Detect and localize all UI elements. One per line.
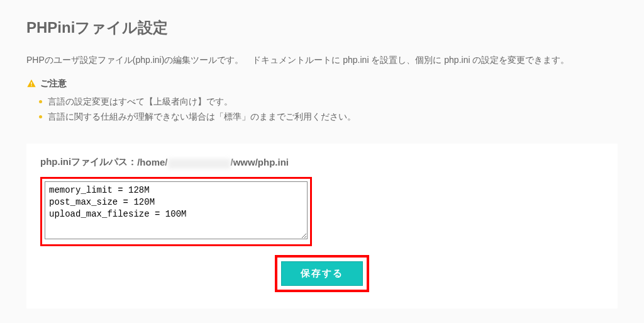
textarea-highlight-frame	[40, 177, 312, 246]
svg-rect-0	[31, 82, 31, 85]
filepath-prefix: /home/	[137, 157, 167, 167]
svg-rect-1	[31, 86, 31, 86]
filepath-label: php.iniファイルパス：	[40, 156, 137, 168]
php-ini-textarea[interactable]	[45, 181, 308, 239]
caution-item: 言語に関する仕組みが理解できない場合は「標準」のままでご利用ください。	[39, 110, 618, 125]
caution-item: 言語の設定変更はすべて【上級者向け】です。	[39, 94, 618, 110]
caution-title: ご注意	[40, 78, 67, 89]
caution-list: 言語の設定変更はすべて【上級者向け】です。 言語に関する仕組みが理解できない場合…	[26, 94, 618, 125]
filepath-line: php.iniファイルパス： /home/ /www/php.ini	[40, 156, 604, 168]
save-button-highlight-frame: 保存する	[275, 255, 369, 292]
page-description: PHPのユーザ設定ファイル(php.ini)の編集ツールです。 ドキュメントルー…	[26, 53, 618, 67]
save-button[interactable]: 保存する	[281, 261, 363, 286]
caution-header: ご注意	[26, 78, 618, 89]
filepath-suffix: /www/php.ini	[231, 157, 289, 167]
settings-panel: php.iniファイルパス： /home/ /www/php.ini 保存する	[26, 144, 618, 309]
filepath-redacted	[168, 159, 231, 169]
page-title: PHPiniファイル設定	[26, 18, 618, 38]
button-row: 保存する	[40, 255, 604, 292]
warning-icon	[26, 79, 36, 89]
